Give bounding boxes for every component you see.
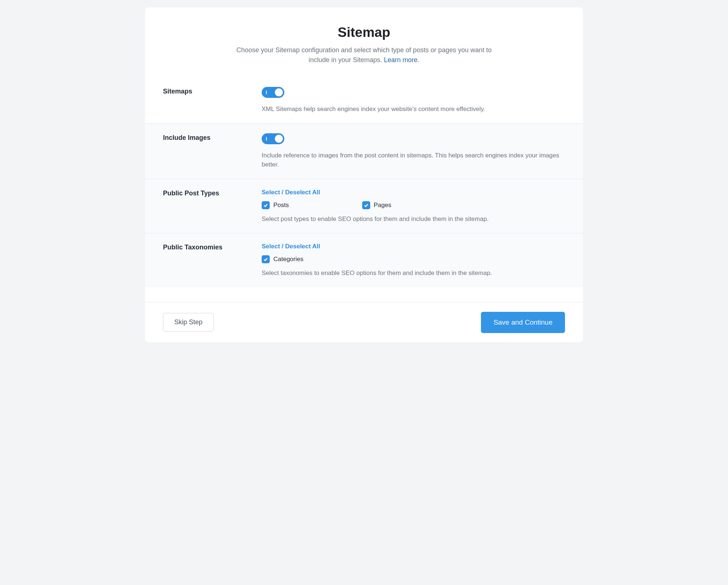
post-types-select-all-link[interactable]: Select / Deselect All xyxy=(262,189,320,196)
checkbox-item-categories[interactable]: Categories xyxy=(262,255,303,263)
setting-row-sitemaps: Sitemaps XML Sitemaps help search engine… xyxy=(145,76,583,123)
setting-row-post-types: Public Post Types Select / Deselect All … xyxy=(145,179,583,233)
toggle-knob-icon xyxy=(275,88,283,96)
checkbox-label-pages: Pages xyxy=(374,202,391,209)
setting-label-include-images: Include Images xyxy=(163,134,262,142)
checkmark-icon xyxy=(263,257,268,262)
checkbox-categories xyxy=(262,255,270,263)
checkbox-pages xyxy=(362,201,370,209)
card-header: Sitemap Choose your Sitemap configuratio… xyxy=(145,7,583,76)
learn-more-link[interactable]: Learn more xyxy=(384,56,418,64)
toggle-on-indicator-icon xyxy=(266,91,267,94)
setting-row-include-images: Include Images Include reference to imag… xyxy=(145,123,583,179)
include-images-desc: Include reference to images from the pos… xyxy=(262,151,572,169)
setting-label-col: Public Taxonomies xyxy=(163,243,262,278)
post-types-desc: Select post types to enable SEO options … xyxy=(262,214,572,224)
setting-label-taxonomies: Public Taxonomies xyxy=(163,244,262,251)
taxonomies-desc: Select taxonomies to enable SEO options … xyxy=(262,268,572,278)
skip-step-button[interactable]: Skip Step xyxy=(163,313,214,332)
checkmark-icon xyxy=(364,203,369,208)
card-footer: Skip Step Save and Continue xyxy=(145,302,583,343)
setting-row-taxonomies: Public Taxonomies Select / Deselect All … xyxy=(145,233,583,287)
setting-control-col: XML Sitemaps help search engines index y… xyxy=(262,87,572,114)
setting-control-col: Select / Deselect All Categories Select … xyxy=(262,243,572,278)
setting-label-post-types: Public Post Types xyxy=(163,190,262,197)
setting-control-col: Select / Deselect All Posts Pages xyxy=(262,189,572,224)
save-continue-button[interactable]: Save and Continue xyxy=(481,312,565,333)
toggle-on-indicator-icon xyxy=(266,137,267,141)
post-types-checkbox-group: Posts Pages xyxy=(262,201,572,209)
taxonomies-checkbox-group: Categories xyxy=(262,255,572,263)
toggle-knob-icon xyxy=(275,135,283,143)
sitemaps-toggle[interactable] xyxy=(262,87,284,98)
setting-label-sitemaps: Sitemaps xyxy=(163,88,262,95)
checkbox-item-pages[interactable]: Pages xyxy=(362,201,391,209)
subtitle-period: . xyxy=(418,56,420,64)
setting-label-col: Sitemaps xyxy=(163,87,262,114)
checkbox-posts xyxy=(262,201,270,209)
setting-label-col: Include Images xyxy=(163,133,262,169)
checkbox-label-posts: Posts xyxy=(273,202,289,209)
taxonomies-select-all-link[interactable]: Select / Deselect All xyxy=(262,243,320,250)
setting-control-col: Include reference to images from the pos… xyxy=(262,133,572,169)
checkbox-item-posts[interactable]: Posts xyxy=(262,201,289,209)
checkbox-label-categories: Categories xyxy=(273,256,303,263)
setting-label-col: Public Post Types xyxy=(163,189,262,224)
settings-body: Sitemaps XML Sitemaps help search engine… xyxy=(145,76,583,302)
settings-card: Sitemap Choose your Sitemap configuratio… xyxy=(145,7,583,343)
page-subtitle: Choose your Sitemap configuration and se… xyxy=(229,45,499,65)
page-title: Sitemap xyxy=(167,25,561,40)
sitemaps-desc: XML Sitemaps help search engines index y… xyxy=(262,104,572,114)
checkmark-icon xyxy=(263,203,268,208)
include-images-toggle[interactable] xyxy=(262,133,284,144)
subtitle-text: Choose your Sitemap configuration and se… xyxy=(236,46,492,64)
